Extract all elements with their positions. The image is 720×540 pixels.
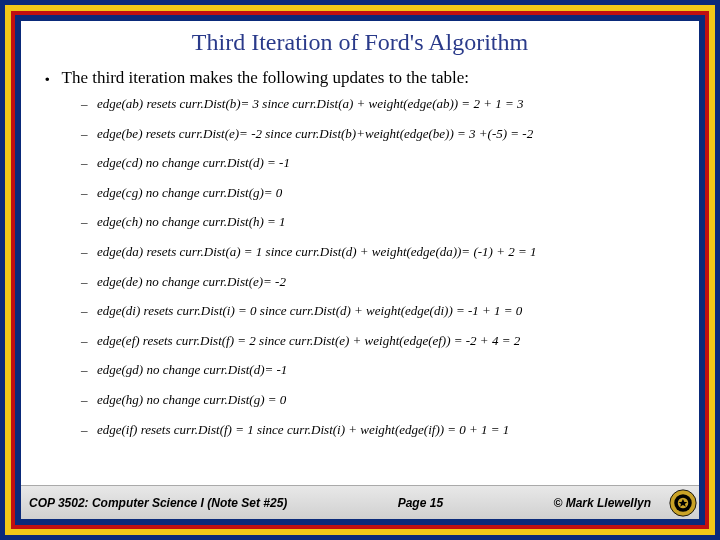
list-item: edge(if) resets curr.Dist(f) = 1 since c… — [81, 422, 699, 438]
list-item: edge(gd) no change curr.Dist(d)= -1 — [81, 362, 699, 378]
list-item: edge(da) resets curr.Dist(a) = 1 since c… — [81, 244, 699, 260]
list-item: edge(de) no change curr.Dist(e)= -2 — [81, 274, 699, 290]
footer-course: COP 3502: Computer Science I (Note Set #… — [29, 496, 287, 510]
slide-content: Third Iteration of Ford's Algorithm • Th… — [21, 21, 699, 519]
list-item: edge(hg) no change curr.Dist(g) = 0 — [81, 392, 699, 408]
footer-page: Page 15 — [287, 496, 553, 510]
slide-title: Third Iteration of Ford's Algorithm — [21, 21, 699, 68]
bullet-icon: • — [45, 72, 50, 87]
list-item: edge(ef) resets curr.Dist(f) = 2 since c… — [81, 333, 699, 349]
slide-frame: Third Iteration of Ford's Algorithm • Th… — [0, 0, 720, 540]
ucf-logo-icon — [669, 489, 697, 517]
list-item: edge(cd) no change curr.Dist(d) = -1 — [81, 155, 699, 171]
list-item: edge(ch) no change curr.Dist(h) = 1 — [81, 214, 699, 230]
list-item: edge(di) resets curr.Dist(i) = 0 since c… — [81, 303, 699, 319]
update-list: edge(ab) resets curr.Dist(b)= 3 since cu… — [81, 96, 699, 485]
list-item: edge(be) resets curr.Dist(e)= -2 since c… — [81, 126, 699, 142]
intro-text: The third iteration makes the following … — [62, 68, 469, 87]
slide-footer: COP 3502: Computer Science I (Note Set #… — [21, 485, 699, 519]
list-item: edge(cg) no change curr.Dist(g)= 0 — [81, 185, 699, 201]
intro-line: • The third iteration makes the followin… — [45, 68, 699, 88]
list-item: edge(ab) resets curr.Dist(b)= 3 since cu… — [81, 96, 699, 112]
